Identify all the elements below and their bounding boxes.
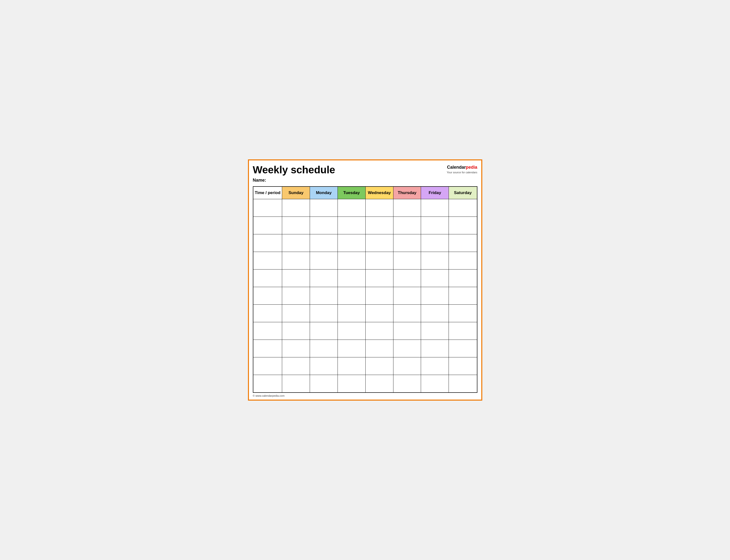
schedule-cell[interactable]	[282, 270, 310, 287]
schedule-cell[interactable]	[393, 322, 421, 340]
schedule-cell[interactable]	[449, 234, 477, 252]
schedule-cell[interactable]	[421, 234, 449, 252]
time-cell[interactable]	[253, 287, 282, 305]
schedule-cell[interactable]	[365, 305, 393, 322]
table-row	[253, 217, 477, 234]
schedule-cell[interactable]	[393, 252, 421, 270]
schedule-cell[interactable]	[310, 217, 338, 234]
schedule-cell[interactable]	[338, 270, 365, 287]
table-row	[253, 234, 477, 252]
schedule-cell[interactable]	[449, 199, 477, 217]
schedule-cell[interactable]	[338, 305, 365, 322]
weekly-schedule-page: Weekly schedule Calendarpedia Your sourc…	[248, 159, 482, 400]
schedule-cell[interactable]	[449, 217, 477, 234]
schedule-cell[interactable]	[393, 357, 421, 375]
schedule-cell[interactable]	[421, 357, 449, 375]
brand-name-part2: pedia	[466, 165, 477, 170]
schedule-cell[interactable]	[338, 199, 365, 217]
schedule-cell[interactable]	[365, 252, 393, 270]
schedule-cell[interactable]	[449, 287, 477, 305]
schedule-cell[interactable]	[282, 252, 310, 270]
schedule-cell[interactable]	[449, 322, 477, 340]
schedule-cell[interactable]	[310, 270, 338, 287]
page-header: Weekly schedule Calendarpedia Your sourc…	[253, 164, 477, 176]
schedule-cell[interactable]	[282, 357, 310, 375]
schedule-cell[interactable]	[393, 340, 421, 357]
schedule-cell[interactable]	[393, 234, 421, 252]
schedule-cell[interactable]	[365, 357, 393, 375]
schedule-cell[interactable]	[449, 252, 477, 270]
schedule-cell[interactable]	[421, 340, 449, 357]
time-cell[interactable]	[253, 375, 282, 393]
schedule-cell[interactable]	[282, 375, 310, 393]
schedule-cell[interactable]	[338, 357, 365, 375]
schedule-cell[interactable]	[393, 305, 421, 322]
schedule-cell[interactable]	[338, 322, 365, 340]
schedule-cell[interactable]	[338, 234, 365, 252]
schedule-cell[interactable]	[421, 270, 449, 287]
schedule-cell[interactable]	[393, 217, 421, 234]
schedule-cell[interactable]	[282, 305, 310, 322]
schedule-cell[interactable]	[338, 340, 365, 357]
schedule-cell[interactable]	[393, 375, 421, 393]
time-cell[interactable]	[253, 234, 282, 252]
schedule-cell[interactable]	[449, 270, 477, 287]
time-cell[interactable]	[253, 357, 282, 375]
schedule-cell[interactable]	[282, 322, 310, 340]
time-cell[interactable]	[253, 199, 282, 217]
schedule-cell[interactable]	[421, 252, 449, 270]
time-cell[interactable]	[253, 217, 282, 234]
schedule-cell[interactable]	[282, 234, 310, 252]
time-cell[interactable]	[253, 305, 282, 322]
table-row	[253, 375, 477, 393]
schedule-cell[interactable]	[365, 287, 393, 305]
schedule-cell[interactable]	[421, 217, 449, 234]
schedule-cell[interactable]	[310, 199, 338, 217]
schedule-cell[interactable]	[310, 340, 338, 357]
time-cell[interactable]	[253, 270, 282, 287]
schedule-cell[interactable]	[310, 287, 338, 305]
schedule-cell[interactable]	[310, 322, 338, 340]
time-cell[interactable]	[253, 252, 282, 270]
schedule-cell[interactable]	[421, 199, 449, 217]
schedule-cell[interactable]	[282, 287, 310, 305]
schedule-cell[interactable]	[338, 252, 365, 270]
schedule-cell[interactable]	[449, 340, 477, 357]
col-header-time: Time / period	[253, 187, 282, 199]
schedule-cell[interactable]	[421, 305, 449, 322]
schedule-cell[interactable]	[393, 287, 421, 305]
schedule-cell[interactable]	[338, 375, 365, 393]
table-body	[253, 199, 477, 393]
schedule-cell[interactable]	[365, 234, 393, 252]
schedule-cell[interactable]	[365, 199, 393, 217]
schedule-cell[interactable]	[421, 375, 449, 393]
col-header-monday: Monday	[310, 187, 338, 199]
schedule-cell[interactable]	[310, 305, 338, 322]
schedule-cell[interactable]	[310, 375, 338, 393]
time-cell[interactable]	[253, 340, 282, 357]
schedule-cell[interactable]	[282, 340, 310, 357]
schedule-cell[interactable]	[421, 322, 449, 340]
table-header-row: Time / period Sunday Monday Tuesday Wedn…	[253, 187, 477, 199]
schedule-cell[interactable]	[338, 217, 365, 234]
col-header-friday: Friday	[421, 187, 449, 199]
schedule-cell[interactable]	[310, 357, 338, 375]
schedule-cell[interactable]	[282, 199, 310, 217]
schedule-cell[interactable]	[393, 199, 421, 217]
schedule-cell[interactable]	[449, 375, 477, 393]
schedule-cell[interactable]	[338, 287, 365, 305]
schedule-cell[interactable]	[310, 234, 338, 252]
schedule-cell[interactable]	[365, 217, 393, 234]
table-row	[253, 340, 477, 357]
schedule-cell[interactable]	[393, 270, 421, 287]
schedule-cell[interactable]	[310, 252, 338, 270]
schedule-cell[interactable]	[421, 287, 449, 305]
schedule-cell[interactable]	[365, 375, 393, 393]
schedule-cell[interactable]	[282, 217, 310, 234]
schedule-cell[interactable]	[365, 340, 393, 357]
schedule-cell[interactable]	[365, 270, 393, 287]
schedule-cell[interactable]	[365, 322, 393, 340]
schedule-cell[interactable]	[449, 357, 477, 375]
schedule-cell[interactable]	[449, 305, 477, 322]
time-cell[interactable]	[253, 322, 282, 340]
